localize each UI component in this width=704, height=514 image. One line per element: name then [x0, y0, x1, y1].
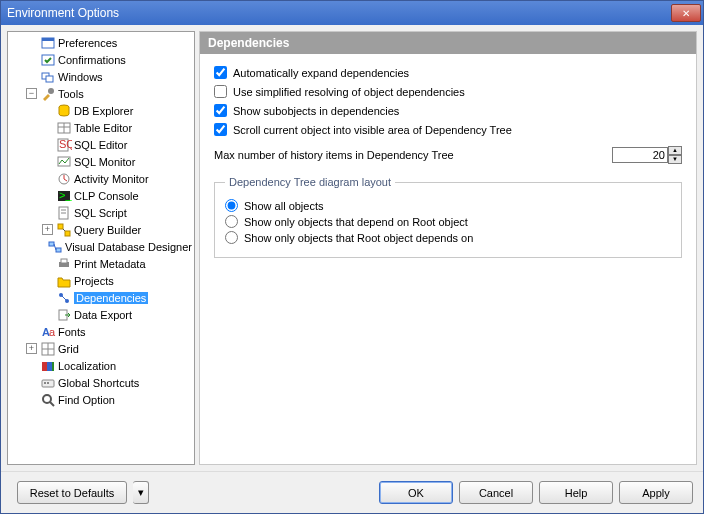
svg-point-42: [43, 395, 51, 403]
tree-toggle-icon[interactable]: +: [26, 343, 37, 354]
chk-subobjects[interactable]: Show subobjects in dependencies: [214, 104, 682, 117]
cancel-button[interactable]: Cancel: [459, 481, 533, 504]
tree-item-label: Dependencies: [74, 292, 148, 304]
tree-toggle-icon: [42, 275, 53, 286]
tree-item[interactable]: Table Editor: [8, 119, 194, 136]
tree-toggle-icon: [42, 258, 53, 269]
tree-item[interactable]: SQLSQL Editor: [8, 136, 194, 153]
radio-root-label: Show only objects that Root object depen…: [244, 232, 473, 244]
tree-toggle-icon: [26, 54, 37, 65]
tree-toggle-icon: [26, 360, 37, 371]
tree-item[interactable]: −Tools: [8, 85, 194, 102]
sqlmon-icon: [56, 154, 72, 170]
chk-subobjects-input[interactable]: [214, 104, 227, 117]
tree-item[interactable]: AaFonts: [8, 323, 194, 340]
radio-all[interactable]: Show all objects: [225, 199, 671, 212]
layout-group: Dependency Tree diagram layout Show all …: [214, 176, 682, 258]
chk-simplified-label: Use simplified resolving of object depen…: [233, 86, 465, 98]
max-history-row: Max number of history items in Dependenc…: [214, 146, 682, 164]
tree-toggle-icon[interactable]: −: [26, 88, 37, 99]
ok-button[interactable]: OK: [379, 481, 453, 504]
layout-legend: Dependency Tree diagram layout: [225, 176, 395, 188]
tree-item-label: DB Explorer: [74, 105, 133, 117]
export-icon: [56, 307, 72, 323]
reset-dropdown-button[interactable]: ▾: [133, 481, 149, 504]
table-icon: [56, 120, 72, 136]
vdd-icon: [47, 239, 63, 255]
tree-toggle-icon: [26, 71, 37, 82]
tree-toggle-icon[interactable]: +: [42, 224, 53, 235]
spin-down-button[interactable]: ▼: [668, 155, 682, 164]
tree-item[interactable]: Find Option: [8, 391, 194, 408]
tree-item-label: Confirmations: [58, 54, 126, 66]
radio-root-input[interactable]: [225, 231, 238, 244]
chk-scroll[interactable]: Scroll current object into visible area …: [214, 123, 682, 136]
windows-icon: [40, 69, 56, 85]
chk-simplified[interactable]: Use simplified resolving of object depen…: [214, 85, 682, 98]
content-pane: Dependencies Automatically expand depend…: [199, 31, 697, 465]
qb-icon: [56, 222, 72, 238]
tree-item-label: Localization: [58, 360, 116, 372]
tree-toggle-icon: [42, 241, 44, 252]
svg-rect-1: [42, 38, 54, 41]
tree-item[interactable]: Projects: [8, 272, 194, 289]
svg-line-29: [62, 296, 66, 300]
tree-item[interactable]: DB Explorer: [8, 102, 194, 119]
tree-toggle-icon: [42, 173, 53, 184]
tree-item[interactable]: Global Shortcuts: [8, 374, 194, 391]
chk-scroll-label: Scroll current object into visible area …: [233, 124, 512, 136]
footer: Reset to Defaults ▾ OK Cancel Help Apply: [1, 471, 703, 513]
spin-up-button[interactable]: ▲: [668, 146, 682, 155]
tree-toggle-icon: [42, 207, 53, 218]
tree-item-label: SQL Script: [74, 207, 127, 219]
find-icon: [40, 392, 56, 408]
tools-icon: [40, 86, 56, 102]
tree-item[interactable]: Activity Monitor: [8, 170, 194, 187]
tree-item[interactable]: Confirmations: [8, 51, 194, 68]
tree-toggle-icon: [26, 377, 37, 388]
tree-item-label: Data Export: [74, 309, 132, 321]
tree-item[interactable]: Data Export: [8, 306, 194, 323]
svg-rect-38: [52, 362, 54, 371]
tree-item[interactable]: Localization: [8, 357, 194, 374]
tree-item[interactable]: +Query Builder: [8, 221, 194, 238]
radio-depend[interactable]: Show only objects that depend on Root ob…: [225, 215, 671, 228]
tree-item[interactable]: SQL Monitor: [8, 153, 194, 170]
svg-rect-41: [47, 382, 49, 384]
chk-auto-expand[interactable]: Automatically expand dependencies: [214, 66, 682, 79]
svg-rect-4: [46, 76, 53, 82]
max-history-input[interactable]: [612, 147, 668, 163]
radio-depend-input[interactable]: [225, 215, 238, 228]
close-button[interactable]: ✕: [671, 4, 701, 22]
tree-item[interactable]: Print Metadata: [8, 255, 194, 272]
tree-item[interactable]: Visual Database Designer: [8, 238, 194, 255]
grid-icon: [40, 341, 56, 357]
svg-text:SQL: SQL: [59, 138, 72, 150]
tree-item-label: Global Shortcuts: [58, 377, 139, 389]
tree-item[interactable]: +Grid: [8, 340, 194, 357]
reset-button[interactable]: Reset to Defaults: [17, 481, 127, 504]
tree-toggle-icon: [42, 156, 53, 167]
svg-rect-36: [42, 362, 47, 371]
svg-rect-23: [56, 248, 61, 252]
tree-item[interactable]: Windows: [8, 68, 194, 85]
tree-pane[interactable]: PreferencesConfirmationsWindows−ToolsDB …: [7, 31, 195, 465]
tree-item[interactable]: Dependencies: [8, 289, 194, 306]
chk-simplified-input[interactable]: [214, 85, 227, 98]
fonts-icon: Aa: [40, 324, 56, 340]
svg-rect-20: [65, 231, 70, 236]
radio-root[interactable]: Show only objects that Root object depen…: [225, 231, 671, 244]
svg-line-24: [54, 244, 56, 250]
tree-item-label: Find Option: [58, 394, 115, 406]
radio-all-input[interactable]: [225, 199, 238, 212]
apply-button[interactable]: Apply: [619, 481, 693, 504]
help-button[interactable]: Help: [539, 481, 613, 504]
print-icon: [56, 256, 72, 272]
chk-scroll-input[interactable]: [214, 123, 227, 136]
chk-auto-expand-input[interactable]: [214, 66, 227, 79]
db-icon: [56, 103, 72, 119]
tree-item-label: Tools: [58, 88, 84, 100]
tree-item[interactable]: SQL Script: [8, 204, 194, 221]
tree-item[interactable]: >_CLP Console: [8, 187, 194, 204]
tree-item[interactable]: Preferences: [8, 34, 194, 51]
